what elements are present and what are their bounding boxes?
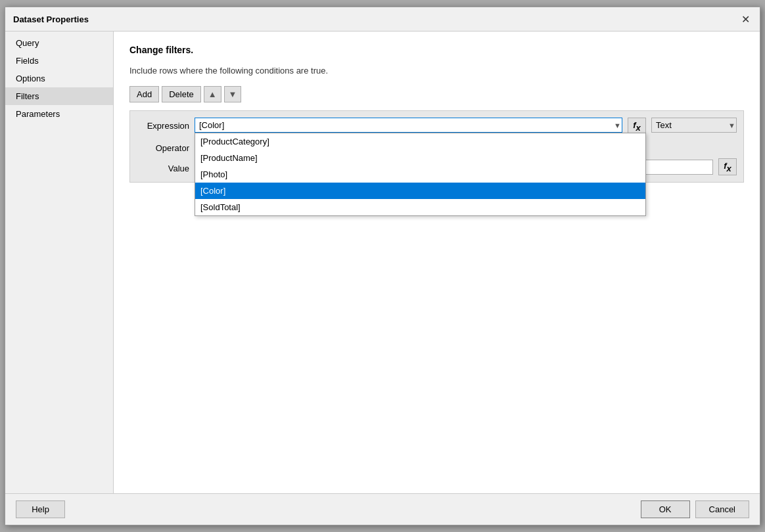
sidebar-item-fields[interactable]: Fields [5, 52, 113, 70]
filter-toolbar: Add Delete ▲ ▼ [129, 86, 744, 102]
cancel-button[interactable]: Cancel [695, 500, 749, 518]
delete-button[interactable]: Delete [162, 86, 201, 102]
operator-label: Operator [137, 140, 189, 153]
dialog-title: Dataset Properties [13, 14, 89, 24]
sidebar-item-parameters[interactable]: Parameters [5, 105, 113, 123]
dropdown-item-product-name[interactable]: [ProductName] [195, 150, 645, 166]
sidebar-item-query[interactable]: Query [5, 34, 113, 52]
fx-icon: fx [633, 120, 641, 133]
expression-label: Expression [137, 118, 189, 131]
add-button[interactable]: Add [129, 86, 159, 102]
sidebar: Query Fields Options Filters Parameters [5, 32, 114, 493]
dialog: Dataset Properties ✕ Query Fields Option… [5, 7, 760, 525]
dropdown-item-product-category[interactable]: [ProductCategory] [195, 133, 645, 150]
dropdown-item-photo[interactable]: [Photo] [195, 166, 645, 183]
help-button[interactable]: Help [16, 500, 65, 518]
value-fx-button[interactable]: fx [718, 158, 737, 175]
expression-container: ▼ [ProductCategory] [ProductName] [Photo… [195, 118, 622, 133]
move-up-button[interactable]: ▲ [204, 86, 221, 102]
up-arrow-icon: ▲ [208, 89, 217, 99]
expression-row: Expression ▼ [ProductCategory] [ProductN… [137, 118, 737, 135]
filter-table: Expression ▼ [ProductCategory] [ProductN… [129, 110, 744, 183]
dialog-footer: Help OK Cancel [5, 493, 760, 525]
main-content: Change filters. Include rows where the f… [114, 32, 760, 493]
dialog-body: Query Fields Options Filters Parameters … [5, 32, 760, 493]
dropdown-item-color[interactable]: [Color] [195, 183, 645, 199]
dialog-overlay: Dataset Properties ✕ Query Fields Option… [0, 0, 765, 532]
ok-button[interactable]: OK [641, 500, 690, 518]
footer-left: Help [16, 500, 65, 518]
type-select-wrapper: Text ▼ [651, 118, 737, 133]
value-label: Value [137, 160, 189, 173]
sidebar-item-options[interactable]: Options [5, 70, 113, 87]
close-button[interactable]: ✕ [739, 12, 752, 26]
section-desc: Include rows where the following conditi… [129, 66, 744, 76]
dropdown-item-sold-total[interactable]: [SoldTotal] [195, 199, 645, 215]
value-fx-icon: fx [724, 161, 731, 173]
move-down-button[interactable]: ▼ [224, 86, 242, 102]
dialog-titlebar: Dataset Properties ✕ [5, 7, 760, 32]
sidebar-item-filters[interactable]: Filters [5, 87, 113, 105]
expression-dropdown: [ProductCategory] [ProductName] [Photo] … [195, 133, 646, 216]
expression-input[interactable] [195, 118, 622, 133]
footer-right: OK Cancel [641, 500, 749, 518]
down-arrow-icon: ▼ [229, 89, 237, 99]
section-title: Change filters. [129, 45, 744, 55]
type-select[interactable]: Text [651, 118, 737, 133]
